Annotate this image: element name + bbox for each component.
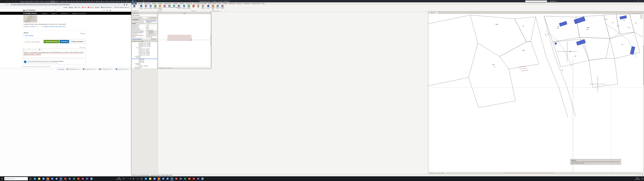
ribbon-tab[interactable]: Ändern [260,2,265,4]
taskbar-app-button[interactable]: X [72,176,76,181]
notifications-icon[interactable]: ⚑ [106,10,108,11]
nord-view-title-bar[interactable]: Nord ─ ▢ × [158,12,211,14]
tree-item[interactable]: Ansicht: Süd [132,60,157,62]
worksets-icon[interactable]: ⚙ [638,174,638,176]
likes-counter[interactable]: ☝ 0 „GEFÄLLT MIR“-ANGABEN [24,41,40,42]
tray-icon[interactable]: ◉ [130,178,131,179]
browser-tab[interactable]: Slack |... [100,0,106,3]
property-row[interactable]: Projektbrowser Gliederung 2 LAGEPLAN [132,22,157,23]
download-icon[interactable]: ↓ [66,26,67,27]
ribbon-button[interactable]: ▣ Als Gruppe laden [215,5,220,9]
tree-item[interactable]: ⊟ Grundriss [132,47,157,48]
tree-item[interactable]: Deckenplan: OG 2- OK FFB [132,44,157,44]
editor-toolbar-icon[interactable]: ≡ [27,49,28,50]
steering-wheel-icon[interactable]: ◉ [640,15,642,16]
bookmark-item[interactable]: ◉ Maps [95,7,100,8]
view-selector-dropdown[interactable]: Grundriss: LAGEPLAN [132,17,149,18]
signed-in-account[interactable]: taregathanne... [550,1,557,2]
ribbon-tab[interactable]: Zusatzmodule [228,2,236,4]
revit-maximize-button[interactable]: ▢ [637,0,640,2]
bookmark-item[interactable]: M Gmail [82,7,86,8]
site-search-input[interactable] [39,10,55,11]
download-chip[interactable]: R Roof-Windows_VEL....rfa × [98,68,114,70]
browser-tab[interactable]: Re: Fil... [30,0,35,3]
nord-view-window[interactable]: Nord ─ ▢ × [158,12,211,69]
ribbon-tab[interactable]: Berechnung [186,2,193,4]
bookmark-item[interactable]: ⊞ Apps [69,7,74,8]
ribbon-button[interactable]: CAD CAD importieren [182,5,186,9]
browser-tab[interactable]: apartm... [106,0,110,3]
ribbon-tab[interactable]: Verwalten [222,2,228,4]
editor-toolbar-icon[interactable]: ⟨⟩ [32,49,33,50]
browser-tab[interactable]: RevitC... [80,0,85,3]
tree-item[interactable]: Deckenplan: OG 3- OK FFB [132,45,157,46]
taskbar-app-button[interactable]: R [170,176,174,181]
site-search-box[interactable] [38,10,56,11]
tree-item[interactable]: Ansicht: Ost [132,59,157,60]
ribbon-button[interactable]: R Revit verknüpfen [139,5,144,9]
tree-item[interactable]: ⊟ Ansicht [132,57,157,58]
nord-drawing-svg[interactable] [158,14,210,67]
taskbar-app-button[interactable]: P [187,176,192,181]
taskbar-search-input[interactable] [7,178,27,179]
property-row[interactable]: Projektbrowser Gliederung 1 MODELLIERSIC… [132,20,157,22]
ribbon-button[interactable]: gb gbXML importieren [186,5,191,9]
tree-item[interactable]: Deckenplan: OG 4- OK FFB [132,46,157,47]
scale-label[interactable]: 1 : 50 [159,67,161,68]
ribbon-tab[interactable]: Zusammenarbeit [208,2,217,4]
taskbar-search-box[interactable] [4,177,28,180]
browser-close-button[interactable]: × [18,0,20,3]
editor-toolbar-icon[interactable]: ∞ [34,49,36,50]
bookmark-item[interactable]: ▶ YouTube [88,7,94,8]
close-icon[interactable]: × [129,69,129,70]
file-dropzone[interactable]: ↑ Ziehe und lege hier ab oder durchsuche… [22,59,86,65]
taskbar-app-button[interactable]: ▥ [148,176,152,181]
browser-tab[interactable]: revit q... [90,0,96,3]
properties-help-link[interactable]: Hilfe zu Eigenschaften [132,38,142,40]
vertical-scrollbar[interactable] [210,14,211,67]
property-row[interactable]: Wandverbindungsanzeige Alle Wandverbindu… [132,35,157,36]
ribbon-tab[interactable]: Datei [132,2,137,4]
property-row[interactable]: Ansichtsmaßstab 1 : 200 [132,24,157,26]
messages-icon[interactable]: ✉ [104,10,105,11]
tree-expand-icon[interactable]: ⊟ [134,56,135,57]
close-icon[interactable]: × [80,69,81,70]
tree-item[interactable]: ⊞ Legenden [132,68,157,69]
view-control-icon[interactable]: ◉ [443,172,444,174]
editor-toolbar-icon[interactable]: ≣ [29,49,30,50]
browser-tab[interactable]: (138 u... [20,0,25,3]
reply-editor[interactable]: BI≡≣„⟨⟩∞☺▦▸⋯ however, I now assume that … [22,48,86,58]
ribbon-tab[interactable]: Enscape™ [236,2,243,4]
taskbar-app-button[interactable]: A [63,176,68,181]
ribbon-button[interactable]: DWF DWF-Markierung verknüpfen [158,5,162,10]
editor-toolbar-icon[interactable]: ▸ [41,49,42,50]
show-all-downloads-button[interactable]: Alle anzeigen [56,68,65,70]
qat-icon[interactable]: ✎ [141,0,142,2]
browser-tab[interactable]: Acquis... [121,0,126,3]
reload-icon[interactable]: ↻ [6,4,8,6]
tree-expand-icon[interactable]: ⊟ [136,47,137,48]
profile-avatar[interactable]: ◉ [126,4,128,6]
tree-expand-icon[interactable]: ⊟ [136,57,137,58]
ribbon-button[interactable]: ∞ Verknüpfungen verwalten [176,5,181,9]
lageplan-canvas[interactable]: 195/3110179WBF762202196/1WEGWEG556/4WBFW… [428,14,644,172]
browse-files-link[interactable]: durchsuche [44,60,50,62]
type-selector[interactable]: ▦ Grundriss [132,14,157,16]
property-row[interactable]: Sichtbarkeit Teilelemente Original anzei… [132,30,157,31]
view-control-icon[interactable]: ✂ [440,172,441,174]
quick-reply-button[interactable]: SCHNELLE ANTWORT [70,40,86,43]
view-control-icon[interactable]: ▦ [162,67,162,68]
ribbon-tab[interactable]: Architektur [137,2,144,4]
taskbar-app-button[interactable]: e [144,176,148,181]
accept-solution-button[interactable]: LÖSUNG AKZEPTIEREN [44,40,59,43]
bookmark-item[interactable]: R Revit Architecture F... [101,7,113,8]
property-row[interactable]: Disziplin Architektonisch [132,36,157,37]
taskbar-app-button[interactable]: R [59,176,63,181]
taskbar-app-button[interactable]: ◗ [46,176,50,181]
taskbar-app-button[interactable]: ≡ [200,176,204,181]
view-control-icon[interactable]: ☀ [437,172,438,174]
report-link[interactable]: ⚑ Melden [80,33,85,34]
taskbar-app-button[interactable]: ✉ [161,176,165,181]
attachment-chip[interactable]: ▤ MAUCH - Kopie.csv 2 KB ↓ [24,26,39,27]
ribbon-button[interactable]: ⌂ Familie laden [206,5,210,9]
